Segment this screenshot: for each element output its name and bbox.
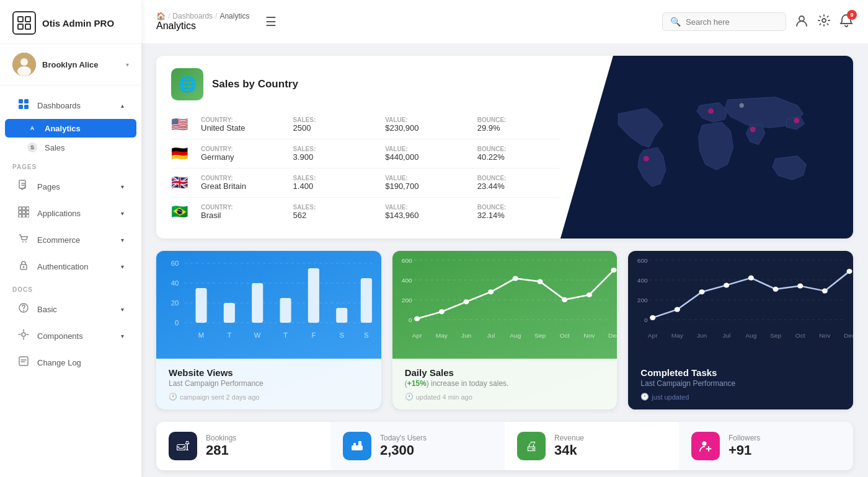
bookings-icon: 🛋 <box>169 432 197 460</box>
breadcrumb-dashboards[interactable]: Dashboards <box>172 12 213 20</box>
chart3-footer: 🕐 just updated <box>640 393 841 401</box>
sales-country-icon: 🌐 <box>171 68 203 100</box>
user-profile-icon[interactable] <box>795 14 808 30</box>
breadcrumb-path: 🏠 / Dashboards / Analytics <box>156 12 249 20</box>
revenue-icon: 🖨 <box>517 432 546 460</box>
settings-icon[interactable] <box>817 14 831 30</box>
chart3-footer-text: just updated <box>652 393 689 401</box>
svg-point-95 <box>724 282 729 287</box>
clock-icon: 🕐 <box>169 393 177 401</box>
sidebar-item-basic[interactable]: Basic ▾ <box>5 296 136 322</box>
basic-chevron-icon: ▾ <box>121 306 124 313</box>
header-right: 🔍 9 <box>662 12 853 31</box>
clock-icon3: 🕐 <box>640 393 649 401</box>
svg-text:S: S <box>339 332 344 339</box>
svg-point-94 <box>699 289 705 294</box>
sidebar-item-changelog[interactable]: Change Log <box>5 349 136 375</box>
svg-rect-111 <box>353 443 356 447</box>
sales-country-card: 🌐 Sales by Country 🇺🇸 Country: United St… <box>156 56 853 239</box>
value-label: Value: <box>385 116 467 123</box>
sidebar-user[interactable]: Brooklyn Alice ▾ <box>0 44 141 85</box>
sidebar-item-components[interactable]: Components ▾ <box>5 323 136 349</box>
svg-text:400: 400 <box>401 278 412 284</box>
sidebar-item-dashboards[interactable]: Dashboards ▴ <box>5 92 136 118</box>
svg-rect-112 <box>358 441 361 447</box>
basic-icon <box>17 302 30 316</box>
pages-label: Pages <box>37 182 60 191</box>
svg-point-71 <box>537 279 542 284</box>
charts-row: 60 40 20 0 <box>156 251 853 409</box>
user-chevron-icon: ▾ <box>126 61 129 68</box>
svg-text:Jul: Jul <box>487 333 495 339</box>
svg-text:Oct: Oct <box>559 333 569 339</box>
bounce-label: Bounce: <box>477 116 560 123</box>
svg-text:T: T <box>227 332 231 339</box>
svg-text:Jul: Jul <box>722 333 730 339</box>
notifications-icon[interactable]: 9 <box>839 14 853 30</box>
flag-gb: 🇬🇧 <box>171 175 191 191</box>
svg-rect-9 <box>19 105 23 109</box>
sidebar-item-authentication[interactable]: Authentication ▾ <box>5 253 136 279</box>
sidebar-item-ecommerce[interactable]: Ecommerce ▾ <box>5 227 136 253</box>
sidebar-item-pages[interactable]: Pages ▾ <box>5 173 136 199</box>
svg-text:W: W <box>254 332 262 339</box>
avatar <box>12 53 36 76</box>
svg-rect-14 <box>26 207 29 210</box>
stat-bookings-info: Bookings 281 <box>206 434 236 458</box>
sales-country-left: 🌐 Sales by Country 🇺🇸 Country: United St… <box>156 56 574 239</box>
authentication-icon <box>17 260 30 273</box>
sidebar-nav: Dashboards ▴ A Analytics S Sales PAGES P… <box>0 85 141 477</box>
svg-point-21 <box>22 242 24 243</box>
svg-text:Jun: Jun <box>461 333 471 339</box>
svg-text:Apr: Apr <box>412 333 422 339</box>
user-name: Brooklyn Alice <box>42 60 99 69</box>
svg-rect-45 <box>224 303 235 323</box>
sidebar-item-applications[interactable]: Applications ▾ <box>5 200 136 226</box>
chart3-title: Completed Tasks <box>640 367 841 378</box>
chart1-top: 60 40 20 0 <box>156 251 381 359</box>
chart2-highlight: +15% <box>407 379 427 388</box>
svg-text:400: 400 <box>637 278 648 284</box>
chart1-subtitle: Last Campaign Performance <box>169 379 369 388</box>
breadcrumb-sep2: / <box>215 12 217 20</box>
components-chevron-icon: ▾ <box>121 333 124 339</box>
svg-point-32 <box>708 108 714 113</box>
sales-country-title: Sales by Country <box>212 78 298 90</box>
sidebar-item-analytics[interactable]: A Analytics <box>5 119 136 138</box>
applications-icon <box>17 206 30 220</box>
svg-point-24 <box>23 266 25 268</box>
svg-rect-10 <box>24 105 29 109</box>
authentication-label: Authentication <box>37 262 88 271</box>
svg-point-93 <box>675 307 680 312</box>
website-views-card: 60 40 20 0 <box>156 251 381 409</box>
search-box[interactable]: 🔍 <box>662 12 786 31</box>
svg-rect-16 <box>22 211 25 214</box>
hamburger-icon[interactable]: ☰ <box>265 14 277 29</box>
svg-rect-3 <box>25 24 30 29</box>
flag-br: 🇧🇷 <box>171 204 191 220</box>
svg-point-33 <box>750 126 756 132</box>
content-area: 🌐 Sales by Country 🇺🇸 Country: United St… <box>141 43 868 477</box>
table-row: 🇺🇸 Country: United State Sales: 2500 Val… <box>171 110 559 139</box>
sidebar-item-sales[interactable]: S Sales <box>5 138 136 157</box>
svg-text:600: 600 <box>637 258 648 264</box>
svg-rect-46 <box>252 283 263 323</box>
stat-followers-info: Followers +91 <box>728 434 760 458</box>
svg-point-98 <box>797 284 803 289</box>
pages-icon <box>17 180 30 193</box>
chart3-bottom: Completed Tasks Last Campaign Performanc… <box>628 359 853 409</box>
breadcrumb: 🏠 / Dashboards / Analytics Analytics <box>156 12 249 32</box>
sales-value: 2500 <box>293 123 376 133</box>
bookings-value: 281 <box>206 442 236 458</box>
svg-text:Nov: Nov <box>820 333 831 339</box>
svg-text:Dec: Dec <box>608 333 618 339</box>
svg-point-29 <box>799 16 804 21</box>
sales-dot: S <box>27 142 37 152</box>
svg-point-67 <box>438 309 444 314</box>
svg-point-26 <box>23 310 24 312</box>
sales-country-table: 🇺🇸 Country: United State Sales: 2500 Val… <box>171 110 559 226</box>
svg-point-68 <box>463 299 469 304</box>
svg-rect-48 <box>308 268 319 323</box>
svg-rect-2 <box>18 24 23 29</box>
search-input[interactable] <box>686 17 778 27</box>
